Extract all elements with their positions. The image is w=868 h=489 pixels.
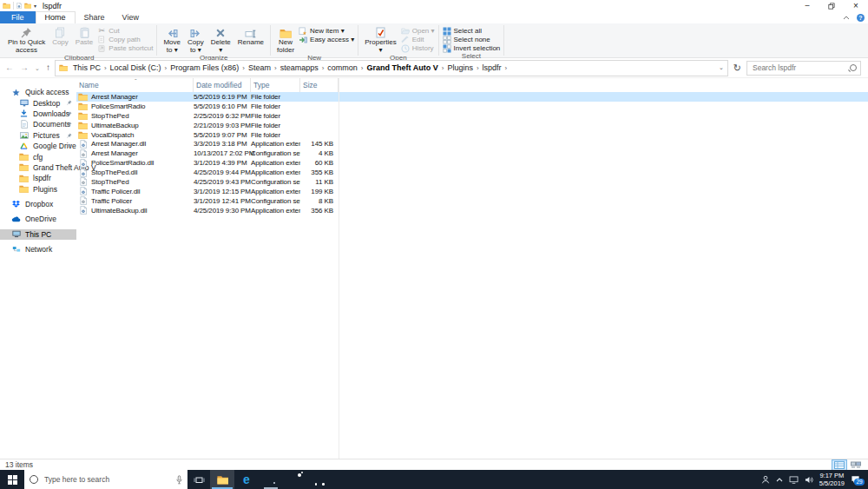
ribbon-delete-button[interactable]: Delete ▾ (208, 25, 233, 54)
taskbar-search[interactable] (24, 470, 187, 489)
file-row-ultimatebackup-dll-dll[interactable]: UltimateBackup.dll4/25/2019 9:30 PMAppli… (76, 206, 868, 215)
ribbon-rename-button[interactable]: Rename (235, 25, 266, 47)
ribbon-new-folder-button[interactable]: New folder (274, 25, 297, 54)
qat-new-folder-button[interactable] (24, 3, 31, 9)
tab-share[interactable]: Share (76, 11, 114, 23)
sidebar-item-lspdfr[interactable]: lspdfr (0, 173, 76, 183)
qat-customize-icon[interactable]: ▾ (34, 3, 36, 9)
volume-icon[interactable] (805, 476, 813, 484)
file-row-traffic-policer-dll-dll[interactable]: Traffic Policer.dll3/1/2019 12:15 PMAppl… (76, 187, 868, 196)
taskbar-app-steam[interactable] (283, 470, 307, 489)
start-button[interactable] (0, 470, 24, 489)
ribbon-cut-button[interactable]: ✂Cut (97, 27, 153, 35)
file-row-arrest-manager-dll-dll[interactable]: Arrest Manager.dll3/3/2019 3:18 PMApplic… (76, 139, 868, 149)
back-icon[interactable]: ← (3, 63, 16, 72)
ribbon-select-all-button[interactable]: Select all (443, 27, 501, 35)
address-bar[interactable]: This PC›Local Disk (C:)›Program Files (x… (55, 60, 728, 76)
breadcrumb-steamapps[interactable]: steamapps (278, 63, 321, 72)
sidebar-item-dropbox[interactable]: Dropbox (0, 199, 76, 209)
file-row-stoptheped-dll-dll[interactable]: StopThePed.dll4/25/2019 9:44 PMApplicati… (76, 168, 868, 177)
ribbon-collapse-icon[interactable] (843, 16, 850, 20)
ribbon-new-item-button[interactable]: New item ▾ (299, 27, 354, 35)
tab-file[interactable]: File (0, 11, 36, 23)
breadcrumb-local-disk-c[interactable]: Local Disk (C:) (108, 63, 164, 72)
sidebar-item-plugins[interactable]: Plugins (0, 184, 76, 195)
sidebar-item-cfg[interactable]: cfg (0, 151, 76, 162)
sidebar-item-quick-access[interactable]: Quick access (0, 87, 76, 97)
file-row-ultimatebackup-folder[interactable]: UltimateBackup2/21/2019 9:03 PMFile fold… (76, 121, 868, 130)
file-row-vocaldispatch-folder[interactable]: VocalDispatch5/5/2019 9:07 PMFile folder (76, 130, 868, 140)
taskbar-search-input[interactable] (43, 474, 172, 485)
column-header-size[interactable]: Size (300, 78, 339, 92)
network-tray-icon[interactable] (789, 476, 799, 484)
ribbon-paste-shortcut-button[interactable]: Paste shortcut (97, 44, 153, 52)
sidebar-item-this-pc[interactable]: This PC (0, 229, 76, 240)
ribbon-open-button[interactable]: Open ▾ (401, 27, 435, 35)
ribbon-edit-button[interactable]: Edit (401, 36, 435, 43)
ribbon-paste-button[interactable]: Paste (73, 25, 95, 47)
column-grid-line (339, 78, 339, 459)
minimize-button[interactable]: – (795, 0, 819, 11)
search-input[interactable] (751, 63, 850, 73)
recent-locations-icon[interactable]: ⌄ (33, 65, 42, 71)
ribbon-copy-path-button[interactable]: Copy path (97, 36, 153, 43)
help-icon[interactable]: ? (857, 14, 865, 22)
taskbar-app-edge[interactable]: e (234, 470, 259, 489)
breadcrumb-plugins[interactable]: Plugins (444, 63, 476, 72)
sidebar-item-network[interactable]: Network (0, 244, 76, 254)
file-row-stoptheped-folder[interactable]: StopThePed2/25/2019 6:32 PMFile folder (76, 111, 868, 121)
breadcrumb-grand-theft-auto-v[interactable]: Grand Theft Auto V (365, 63, 441, 72)
file-row-arrest-manager-config[interactable]: Arrest Manager10/13/2017 2:02 PMConfigur… (76, 149, 868, 158)
breadcrumb-steam[interactable]: Steam (246, 63, 273, 72)
breadcrumb-common[interactable]: common (325, 63, 360, 72)
sidebar-item-google-drive[interactable]: Google Drive (0, 141, 76, 151)
details-view-button[interactable] (832, 460, 846, 470)
microphone-icon[interactable] (176, 475, 182, 485)
qat-properties-button[interactable] (16, 3, 22, 9)
breadcrumb-program-files-x86[interactable]: Program Files (x86) (168, 63, 241, 72)
ribbon-copy-button[interactable]: Copy (49, 25, 71, 47)
icons-view-button[interactable] (849, 460, 863, 470)
task-view-button[interactable] (187, 470, 210, 489)
sidebar-item-documents[interactable]: Documents (0, 119, 76, 129)
up-icon[interactable]: ↑ (44, 63, 52, 72)
sidebar-item-desktop[interactable]: Desktop (0, 97, 76, 108)
close-button[interactable]: × (844, 0, 868, 11)
taskbar-app-discord[interactable] (307, 470, 332, 489)
taskbar-app-chrome[interactable] (259, 470, 283, 489)
restore-button[interactable] (819, 0, 844, 11)
breadcrumb-lspdfr[interactable]: lspdfr (480, 63, 504, 72)
address-dropdown-icon[interactable]: ⌄ (719, 64, 724, 71)
forward-icon[interactable]: → (18, 63, 30, 72)
ribbon-move-to-button[interactable]: Move to ▾ (161, 25, 183, 54)
sidebar-item-onedrive[interactable]: OneDrive (0, 214, 76, 224)
ribbon-pin-to-quick-access-button[interactable]: Pin to Quick access (5, 25, 48, 54)
column-header-date-modified[interactable]: Date modified (194, 78, 251, 92)
action-center-button[interactable]: 29 (851, 475, 860, 484)
ribbon-properties-button[interactable]: Properties ▾ (362, 25, 398, 54)
file-row-policesmartradio-dll-dll[interactable]: PoliceSmartRadio.dll3/1/2019 4:39 PMAppl… (76, 158, 868, 168)
refresh-icon[interactable]: ↻ (731, 63, 744, 73)
sidebar-item-downloads[interactable]: Downloads (0, 109, 76, 119)
folder-icon (78, 122, 88, 129)
file-row-stoptheped-config[interactable]: StopThePed4/25/2019 9:43 PMConfiguration… (76, 177, 868, 187)
ribbon-easy-access-button[interactable]: Easy access ▾ (299, 36, 354, 43)
breadcrumb-this-pc[interactable]: This PC (70, 63, 103, 72)
file-row-policesmartradio-folder[interactable]: PoliceSmartRadio5/5/2019 6:10 PMFile fol… (76, 102, 868, 111)
tab-home[interactable]: Home (36, 11, 76, 23)
file-row-arrest-manager-folder[interactable]: Arrest Manager5/5/2019 6:19 PMFile folde… (76, 92, 868, 102)
people-icon[interactable] (761, 475, 770, 484)
ribbon-history-button[interactable]: History (401, 44, 435, 52)
tab-view[interactable]: View (114, 11, 148, 23)
sidebar-item-pictures[interactable]: Pictures (0, 130, 76, 141)
sidebar-item-grand-theft-auto-v[interactable]: Grand Theft Auto V (0, 162, 76, 173)
ribbon-select-none-button[interactable]: Select none (443, 36, 501, 43)
file-row-traffic-policer-config[interactable]: Traffic Policer3/1/2019 12:41 PMConfigur… (76, 196, 868, 206)
column-header-name[interactable]: ˆName (76, 78, 194, 92)
column-header-type[interactable]: Type (251, 78, 300, 92)
ribbon-copy-to-button[interactable]: Copy to ▾ (185, 25, 207, 54)
ribbon-invert-selection-button[interactable]: Invert selection (443, 44, 501, 52)
taskbar-app-file-explorer[interactable] (210, 470, 234, 489)
taskbar-clock[interactable]: 9:17 PM 5/5/2019 (819, 472, 845, 488)
hidden-icons-chevron-icon[interactable] (776, 478, 783, 482)
